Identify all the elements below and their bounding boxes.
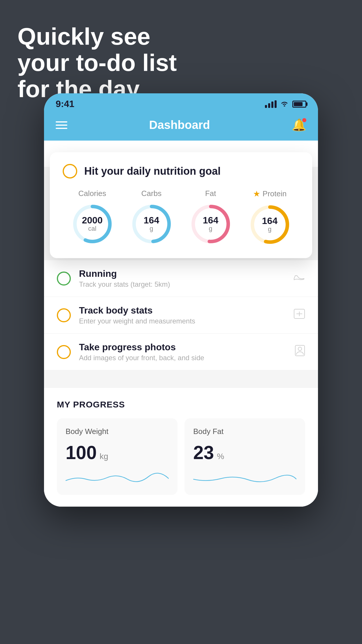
body-fat-value-row: 23 %: [193, 442, 296, 463]
todo-item-photos[interactable]: Take progress photos Add images of your …: [44, 334, 318, 370]
progress-section-title: MY PROGRESS: [57, 400, 305, 410]
fat-value: 164 g: [203, 216, 218, 232]
header-title: Dashboard: [149, 118, 210, 132]
todo-item-running[interactable]: Running Track your stats (target: 5km): [44, 260, 318, 297]
track-body-content: Track body stats Enter your weight and m…: [79, 305, 285, 325]
star-icon: ★: [253, 189, 260, 199]
protein-circle: 164 g: [248, 203, 292, 246]
fat-circle: 164 g: [189, 202, 233, 246]
nutrition-row: Calories 2000 cal Carbs: [63, 189, 299, 246]
running-checkbox[interactable]: [57, 272, 71, 286]
status-icons: [265, 99, 306, 108]
running-shoe-icon: [294, 272, 305, 285]
status-time: 9:41: [56, 99, 74, 109]
status-bar: 9:41: [44, 93, 318, 112]
fat-label: Fat: [205, 189, 216, 198]
progress-cards: Body Weight 100 kg Body Fat 23 %: [57, 418, 305, 495]
nutrition-card: Hit your daily nutrition goal Calories 2…: [50, 152, 312, 258]
track-body-title: Track body stats: [79, 305, 285, 316]
carbs-circle: 164 g: [130, 202, 173, 246]
progress-section: MY PROGRESS Body Weight 100 kg Body Fat: [44, 388, 318, 507]
wifi-icon: [280, 99, 289, 108]
nutrition-item-carbs: Carbs 164 g: [130, 189, 173, 246]
body-fat-unit: %: [217, 452, 224, 461]
menu-button[interactable]: [56, 121, 67, 129]
photos-subtitle: Add images of your front, back, and side: [79, 354, 287, 362]
body-weight-unit: kg: [100, 452, 108, 461]
track-body-subtitle: Enter your weight and measurements: [79, 317, 285, 325]
body-fat-number: 23: [193, 442, 214, 463]
person-icon: [295, 345, 305, 359]
phone-frame: 9:41: [44, 93, 318, 507]
carbs-label: Carbs: [141, 189, 161, 198]
body-weight-chart: [66, 470, 169, 485]
running-subtitle: Track your stats (target: 5km): [79, 280, 285, 288]
battery-icon: [292, 101, 306, 108]
nutrition-item-calories: Calories 2000 cal: [71, 189, 114, 246]
nutrition-item-protein: ★ Protein 164 g: [248, 189, 292, 246]
body-weight-card[interactable]: Body Weight 100 kg: [57, 418, 178, 495]
body-weight-number: 100: [66, 442, 97, 463]
app-content: THINGS TO DO TODAY Hit your daily nutrit…: [44, 141, 318, 507]
todo-list: Running Track your stats (target: 5km) T…: [44, 260, 318, 370]
photos-content: Take progress photos Add images of your …: [79, 342, 287, 362]
protein-value: 164 g: [262, 216, 277, 233]
notification-bell-icon[interactable]: 🔔: [292, 118, 306, 132]
calories-value: 2000 cal: [82, 216, 103, 232]
running-title: Running: [79, 268, 285, 279]
running-content: Running Track your stats (target: 5km): [79, 268, 285, 288]
photos-title: Take progress photos: [79, 342, 287, 353]
photos-checkbox[interactable]: [57, 345, 71, 359]
nutrition-item-fat: Fat 164 g: [189, 189, 233, 246]
body-weight-value-row: 100 kg: [66, 442, 169, 463]
signal-icon: [265, 100, 277, 108]
todo-item-track-body[interactable]: Track body stats Enter your weight and m…: [44, 297, 318, 334]
scale-icon: [294, 309, 305, 322]
calories-label: Calories: [78, 189, 106, 198]
svg-point-12: [298, 347, 302, 351]
card-title-row: Hit your daily nutrition goal: [63, 164, 299, 178]
protein-label: ★ Protein: [253, 189, 287, 199]
nutrition-card-title: Hit your daily nutrition goal: [84, 165, 221, 177]
calories-circle: 2000 cal: [71, 202, 114, 246]
carbs-value: 164 g: [144, 216, 159, 232]
track-body-checkbox[interactable]: [57, 308, 71, 322]
body-fat-card[interactable]: Body Fat 23 %: [184, 418, 305, 495]
spacer: [44, 370, 318, 388]
notification-dot: [302, 118, 306, 122]
headline: Quickly see your to-do list for the day.: [17, 23, 177, 102]
body-fat-chart: [193, 470, 296, 485]
body-weight-card-title: Body Weight: [66, 427, 169, 436]
app-header: Dashboard 🔔: [44, 112, 318, 141]
body-fat-card-title: Body Fat: [193, 427, 296, 436]
nutrition-checkbox[interactable]: [63, 164, 77, 178]
